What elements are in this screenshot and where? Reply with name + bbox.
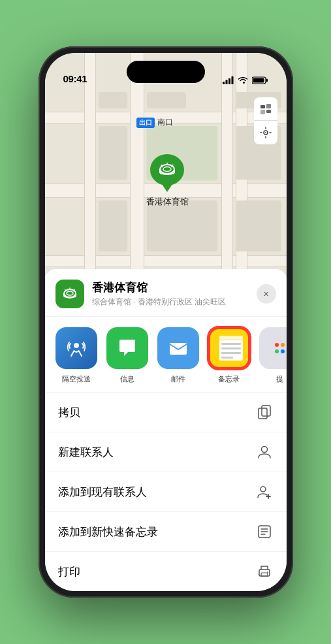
copy-icon [255,403,274,421]
svg-rect-1 [225,80,227,85]
share-row: 隔空投送 信息 [45,317,287,393]
wifi-icon [238,76,248,84]
svg-rect-2 [229,78,230,84]
exit-text: 南口 [157,117,173,128]
stadium-pin-circle [150,154,184,185]
dynamic-island [127,61,205,83]
svg-point-31 [261,447,267,453]
bottom-sheet: 香港体育馆 综合体育馆 · 香港特别行政区 油尖旺区 × [45,269,287,591]
action-new-contact[interactable]: 新建联系人 [45,432,287,472]
stadium-pin [150,154,184,192]
map-exit-label: 出口 南口 [136,117,173,128]
more-label: 提 [276,374,283,384]
stadium-marker[interactable]: 香港体育馆 [146,154,189,208]
svg-point-41 [267,572,268,573]
note-icon [255,523,274,541]
person-icon [255,443,274,461]
venue-close-button[interactable]: × [257,284,276,304]
share-message[interactable]: 信息 [106,327,148,384]
airdrop-label: 隔空投送 [62,374,91,384]
action-add-contact[interactable]: 添加到现有联系人 [45,472,287,512]
notes-icon-wrap [208,327,250,369]
map-controls [254,97,277,144]
status-icons [223,76,268,84]
share-mail[interactable]: 邮件 [157,327,199,384]
quick-note-label: 添加到新快速备忘录 [58,524,158,539]
more-icon-wrap [259,327,287,369]
mail-label: 邮件 [171,374,185,384]
svg-rect-29 [262,406,270,416]
action-quick-note[interactable]: 添加到新快速备忘录 [45,512,287,552]
svg-rect-3 [231,76,233,84]
map-type-button[interactable] [254,97,277,121]
print-label: 打印 [58,564,80,579]
message-icon-wrap [106,327,148,369]
notes-label: 备忘录 [218,374,240,384]
person-add-icon [255,483,274,501]
svg-point-14 [163,167,171,172]
action-list: 拷贝 新建联系人 [45,393,287,591]
battery-icon [252,76,268,84]
status-time: 09:41 [63,73,87,84]
svg-rect-10 [266,110,271,113]
close-icon: × [263,289,268,299]
action-print[interactable]: 打印 [45,552,287,591]
svg-point-21 [67,291,73,295]
share-notes[interactable]: 备忘录 [208,327,250,384]
svg-point-32 [260,487,266,492]
print-icon [255,562,274,581]
svg-rect-6 [253,78,264,83]
venue-icon [55,280,84,308]
svg-rect-5 [266,79,268,82]
phone-screen: 09:41 [45,53,287,591]
svg-point-12 [265,132,266,133]
share-airdrop[interactable]: 隔空投送 [55,327,97,384]
svg-rect-8 [266,104,271,108]
phone-shell: 09:41 [39,46,293,598]
venue-description: 综合体育馆 · 香港特别行政区 油尖旺区 [92,297,257,308]
svg-point-27 [74,343,79,348]
svg-rect-30 [259,408,267,419]
location-button[interactable] [254,121,277,144]
venue-info: 香港体育馆 综合体育馆 · 香港特别行政区 油尖旺区 [92,280,257,308]
copy-label: 拷贝 [58,405,80,420]
venue-header: 香港体育馆 综合体育馆 · 香港特别行政区 油尖旺区 × [45,269,287,317]
share-more[interactable]: 提 [259,327,287,384]
add-contact-label: 添加到现有联系人 [58,485,147,500]
venue-name: 香港体育馆 [92,280,257,295]
svg-rect-7 [260,105,265,108]
svg-rect-0 [223,82,225,84]
exit-badge: 出口 [136,118,155,128]
airdrop-icon-wrap [55,327,97,369]
action-copy[interactable]: 拷贝 [45,393,287,432]
message-label: 信息 [120,374,134,384]
new-contact-label: 新建联系人 [58,445,114,460]
signal-icon [223,76,234,84]
stadium-name: 香港体育馆 [146,196,189,208]
mail-icon-wrap [157,327,199,369]
svg-rect-9 [260,110,265,114]
